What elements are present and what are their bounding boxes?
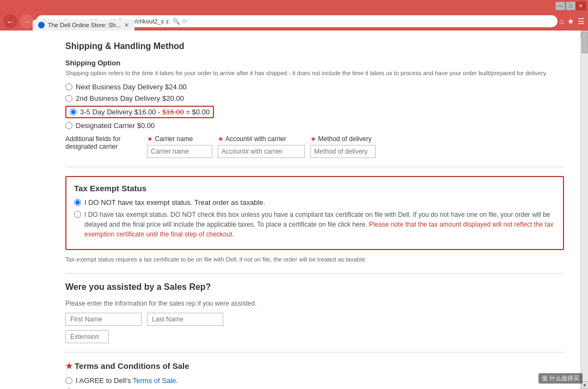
tax-divider (65, 273, 564, 273)
url-extra: ◐ 🔍 (164, 18, 180, 25)
delivery-label-text: Method of delivery (318, 135, 371, 143)
home-icon[interactable]: ⌂ (560, 17, 564, 26)
carrier-field-group: ★ Carrier name ★ Account# with carrier (147, 135, 564, 158)
account-input[interactable] (218, 145, 305, 158)
sales-rep-title: Were you assisted by a Sales Rep? (65, 282, 564, 292)
settings-icon[interactable]: ☰ (578, 17, 585, 26)
carrier-name-label: ★ Carrier name (147, 135, 212, 143)
page-wrapper: Shipping & Handling Method Shipping Opti… (0, 31, 588, 389)
delivery-required: ★ (310, 135, 316, 143)
sales-rep-ext-row (65, 330, 564, 343)
shipping-description: Shipping option refers to the time it ta… (65, 69, 564, 77)
terms-agree-radio[interactable] (65, 377, 72, 384)
title-bar: — □ ✕ (0, 0, 588, 12)
shipping-option-4-label: Designated Carrier $0.00 (76, 121, 155, 130)
back-button[interactable]: ← (3, 14, 17, 28)
page-content: Shipping & Handling Method Shipping Opti… (0, 31, 580, 389)
account-field: ★ Account# with carrier (218, 135, 305, 158)
tax-exempt-footer: Tax-exempt status requires a tax certifi… (65, 256, 564, 264)
account-label-text: Account# with carrier (225, 135, 286, 143)
shipping-option-title: Shipping Option (65, 59, 564, 67)
minimize-button[interactable]: — (555, 2, 565, 10)
maximize-button[interactable]: □ (566, 2, 575, 10)
shipping-radio-1[interactable] (65, 83, 72, 90)
shipping-radio-2[interactable] (65, 95, 72, 102)
account-required: ★ (218, 135, 224, 143)
page-title: Shipping & Handling Method (65, 41, 564, 51)
tax-exempt-radio[interactable] (74, 211, 81, 218)
tax-exempt-title: Tax Exempt Status (74, 184, 555, 193)
strike-price: $16.00 (162, 108, 184, 116)
tax-exempt-highlight: Please note that the tax amount displaye… (84, 221, 554, 238)
scrollbar-thumb[interactable] (581, 32, 588, 53)
shipping-option-3: 3-5 Day Delivery $16.00 - $16.00 = $0.00 (65, 106, 214, 118)
shipping-option-1: Next Business Day Delivery $24.00 (65, 83, 564, 91)
tab-close-button[interactable]: ✕ (124, 22, 129, 29)
carrier-name-input[interactable] (147, 145, 212, 158)
sales-rep-description: Please enter the information for the sal… (65, 300, 564, 307)
tax-not-exempt-option: I DO NOT have tax exempt status. Treat o… (74, 198, 555, 206)
sales-rep-section: Were you assisted by a Sales Rep? Please… (65, 282, 564, 343)
carrier-section-label: Additional fields for designated carrier (65, 135, 147, 158)
terms-agree-label: I AGREE to Dell's Terms of Sale. (76, 376, 178, 385)
tab-strip: The Dell Online Store: Sh... ✕ (33, 20, 134, 31)
terms-agree-option: I AGREE to Dell's Terms of Sale. (65, 376, 564, 385)
account-label: ★ Account# with carrier (218, 135, 305, 143)
carrier-name-label-text: Carrier name (155, 135, 193, 143)
tax-not-exempt-radio[interactable] (74, 199, 81, 206)
last-name-input[interactable] (147, 313, 223, 326)
carrier-name-required: ★ (147, 135, 153, 143)
forward-button[interactable]: → (20, 14, 34, 28)
tax-exempt-section: Tax Exempt Status I DO NOT have tax exem… (65, 176, 564, 250)
terms-required-star: ★ (65, 361, 72, 371)
shipping-option-4: Designated Carrier $0.00 (65, 121, 564, 130)
sales-rep-divider (65, 352, 564, 352)
watermark: 值 什么值得买 (538, 373, 583, 384)
delivery-input[interactable] (310, 145, 376, 158)
shipping-option-3-wrapper: 3-5 Day Delivery $16.00 - $16.00 = $0.00 (65, 106, 564, 118)
first-name-input[interactable] (65, 313, 142, 326)
dell-icon (38, 22, 45, 28)
terms-title-text: Terms and Conditions of Sale (75, 361, 189, 370)
shipping-option-3-label: 3-5 Day Delivery $16.00 - $16.00 = $0.00 (80, 108, 210, 116)
shipping-section: Shipping Option Shipping option refers t… (65, 59, 564, 158)
toolbar-row: ← → 🔒 https://ecomm.dell.com/dellstore/c… (0, 12, 588, 31)
shipping-radio-4[interactable] (65, 122, 72, 129)
shipping-option-2-label: 2nd Business Day Delivery $20.00 (76, 94, 184, 102)
terms-link[interactable]: Terms of Sale (133, 376, 176, 385)
browser-chrome: — □ ✕ ← → 🔒 https://ecomm.dell.com/dells… (0, 0, 588, 31)
carrier-name-field: ★ Carrier name (147, 135, 212, 158)
tab-title: The Dell Online Store: Sh... (48, 22, 121, 28)
refresh-icon: ⟳ (182, 18, 187, 25)
shipping-option-1-label: Next Business Day Delivery $24.00 (76, 83, 187, 91)
shipping-divider (65, 167, 564, 167)
extension-input[interactable] (65, 330, 109, 343)
scrollbar-track: ▲ ▼ (580, 31, 588, 389)
browser-nav-icons: ⌂ ★ ☰ (560, 17, 585, 26)
star-icon[interactable]: ★ (567, 17, 574, 26)
tax-not-exempt-label: I DO NOT have tax exempt status. Treat o… (84, 198, 265, 206)
delivery-method-field: ★ Method of delivery (310, 135, 376, 158)
carrier-fields-section: Additional fields for designated carrier… (65, 135, 564, 158)
close-button[interactable]: ✕ (576, 2, 586, 10)
terms-section: ★ Terms and Conditions of Sale I AGREE t… (65, 361, 564, 389)
shipping-option-2: 2nd Business Day Delivery $20.00 (65, 94, 564, 102)
tax-exempt-label: I DO have tax exempt status. DO NOT chec… (84, 210, 555, 239)
delivery-method-label: ★ Method of delivery (310, 135, 376, 143)
terms-title-row: ★ Terms and Conditions of Sale (65, 361, 564, 371)
shipping-radio-3[interactable] (70, 108, 77, 116)
active-tab[interactable]: The Dell Online Store: Sh... ✕ (33, 20, 134, 31)
tax-exempt-option: I DO have tax exempt status. DO NOT chec… (74, 210, 555, 239)
sales-rep-name-row (65, 313, 564, 326)
